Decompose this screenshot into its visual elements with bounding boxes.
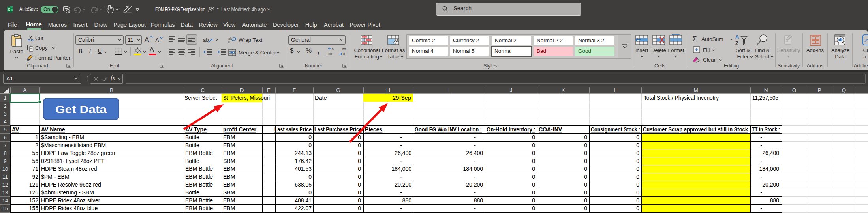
svg-text:Consignment Stock :: Consignment Stock : (591, 126, 640, 133)
svg-text:Get Data: Get Data (55, 104, 107, 116)
svg-text:.00: .00 (341, 47, 346, 51)
svg-text:155: 155 (29, 205, 39, 211)
svg-text:5: 5 (4, 127, 6, 133)
svg-text:-: - (400, 134, 402, 140)
svg-text:0: 0 (584, 166, 587, 172)
svg-text:EBM Bottle: EBM Bottle (185, 150, 213, 156)
svg-text:AutoSave: AutoSave (19, 6, 38, 12)
svg-text:.00: .00 (327, 52, 332, 56)
svg-text:On-Hold Inventory :: On-Hold Inventory : (487, 126, 535, 133)
svg-text:Bottle: Bottle (185, 189, 199, 196)
svg-text:HDPE Ridex 48oz blue: HDPE Ridex 48oz blue (41, 205, 98, 211)
svg-text:0: 0 (358, 166, 361, 172)
svg-text:-: - (474, 134, 476, 140)
svg-text:Bottle: Bottle (185, 142, 199, 148)
svg-text:AV: AV (12, 126, 19, 133)
svg-text:1: 1 (4, 95, 6, 101)
svg-text:0: 0 (584, 197, 587, 204)
svg-text:0291881- Lysol 28oz PET: 0291881- Lysol 28oz PET (41, 158, 105, 164)
svg-text:L: L (614, 87, 617, 93)
svg-text:0: 0 (343, 52, 345, 56)
svg-text:-: - (400, 205, 402, 211)
svg-text:EBM: EBM (223, 181, 235, 188)
svg-text:N: N (764, 87, 768, 93)
svg-text:121: 121 (29, 181, 39, 188)
svg-text:EBM Bottle: EBM Bottle (185, 197, 213, 204)
svg-text:13: 13 (2, 190, 8, 196)
svg-text:0: 0 (584, 205, 587, 211)
svg-text:880: 880 (770, 197, 780, 204)
svg-text:92: 92 (32, 174, 38, 180)
svg-text:I: I (448, 87, 450, 93)
svg-text:0: 0 (358, 134, 361, 140)
svg-text:0: 0 (584, 181, 587, 188)
svg-text:EBM: EBM (223, 174, 235, 180)
svg-text:184,000: 184,000 (463, 166, 483, 172)
svg-text:$PM - EBM: $PM - EBM (41, 174, 70, 180)
svg-text:-: - (760, 174, 762, 180)
svg-text:12: 12 (2, 182, 8, 188)
svg-text:20,200: 20,200 (466, 181, 483, 188)
svg-text:Last Modified: 4h ago: Last Modified: 4h ago (221, 6, 266, 13)
svg-text:0: 0 (308, 189, 312, 196)
svg-text:0: 0 (308, 174, 312, 180)
svg-text:9: 9 (4, 158, 6, 164)
svg-text:0: 0 (532, 181, 535, 188)
svg-text:Server Select: Server Select (184, 95, 217, 101)
svg-text:0: 0 (636, 142, 639, 148)
svg-text:F: F (293, 87, 296, 93)
svg-text:3: 3 (4, 111, 6, 117)
svg-text:-: - (474, 189, 476, 196)
svg-text:0: 0 (532, 174, 535, 180)
svg-text:-: - (760, 189, 762, 196)
svg-text:880: 880 (474, 197, 483, 204)
svg-text:0: 0 (358, 197, 361, 204)
svg-text:EBM Bottle: EBM Bottle (185, 181, 213, 188)
svg-text:0: 0 (308, 142, 312, 148)
svg-text:0: 0 (358, 150, 361, 156)
svg-text:71: 71 (32, 166, 38, 172)
svg-text:O: O (792, 87, 797, 93)
svg-text:COA-INV: COA-INV (539, 126, 562, 133)
svg-text:EBM Bottle: EBM Bottle (185, 205, 213, 211)
svg-text:$Maschinenstillstand EBM: $Maschinenstillstand EBM (41, 142, 106, 148)
svg-text:0: 0 (636, 134, 639, 140)
svg-text:0: 0 (532, 205, 535, 211)
svg-text:0: 0 (358, 142, 361, 148)
svg-text:B: B (110, 87, 113, 93)
svg-text:-: - (474, 158, 476, 164)
svg-text:0: 0 (358, 174, 361, 180)
svg-text:408.41: 408.41 (295, 197, 312, 204)
svg-text:0: 0 (584, 158, 587, 164)
svg-text:E: E (267, 87, 271, 93)
svg-text:2: 2 (35, 142, 38, 148)
svg-text:K: K (561, 87, 565, 93)
svg-text:6: 6 (4, 135, 6, 140)
svg-text:SBM: SBM (223, 189, 235, 196)
svg-text:EBM: EBM (223, 205, 235, 211)
svg-text:0: 0 (308, 134, 312, 140)
svg-text:Bottle: Bottle (185, 134, 199, 140)
svg-text:0: 0 (532, 134, 535, 140)
svg-text:11: 11 (2, 174, 8, 180)
svg-text:EBM: EBM (223, 150, 235, 156)
svg-text:184,000: 184,000 (759, 166, 779, 172)
svg-text:EBM: EBM (223, 134, 235, 140)
svg-text:HDPE Law Toggle 28oz green: HDPE Law Toggle 28oz green (41, 150, 115, 156)
svg-text:c: c (228, 40, 230, 43)
svg-text:0: 0 (358, 205, 361, 211)
svg-text:0: 0 (636, 197, 639, 204)
svg-text:26,400: 26,400 (466, 150, 483, 156)
svg-text:152: 152 (29, 197, 39, 204)
svg-text:D: D (240, 87, 244, 93)
svg-text:EBM Bottle: EBM Bottle (185, 174, 213, 180)
svg-text:EBM: EBM (223, 166, 235, 172)
svg-text:J: J (510, 87, 513, 93)
svg-text:15: 15 (2, 206, 8, 211)
svg-text:SBM: SBM (223, 158, 235, 164)
svg-text:C: C (201, 87, 205, 93)
svg-text:0: 0 (636, 205, 639, 211)
svg-text:8: 8 (4, 150, 6, 156)
svg-text:-: - (400, 142, 402, 148)
svg-text:Bottle: Bottle (185, 158, 199, 164)
